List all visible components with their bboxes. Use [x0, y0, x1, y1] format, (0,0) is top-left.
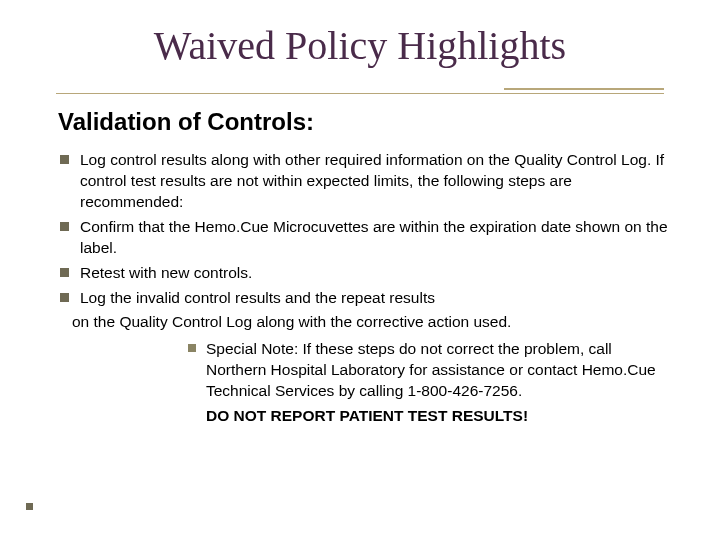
bullet-text: Confirm that the Hemo.Cue Microcuvettes … [80, 218, 668, 256]
title-area: Waived Policy Highlights [0, 22, 720, 69]
accent-rule-short [504, 88, 664, 90]
list-item: Log the invalid control results and the … [58, 288, 674, 309]
footer-bullet-icon [26, 503, 33, 510]
bullet-list: Log control results along with other req… [58, 150, 674, 308]
list-item: Retest with new controls. [58, 263, 674, 284]
list-item: Log control results along with other req… [58, 150, 674, 213]
slide: Waived Policy Highlights Validation of C… [0, 0, 720, 540]
continuation-line: on the Quality Control Log along with th… [58, 312, 674, 333]
accent-rule-long [56, 93, 664, 94]
slide-title: Waived Policy Highlights [0, 22, 720, 69]
list-item: Confirm that the Hemo.Cue Microcuvettes … [58, 217, 674, 259]
section-heading: Validation of Controls: [58, 108, 674, 136]
special-note-text: Special Note: If these steps do not corr… [206, 340, 656, 399]
bullet-text: Log the invalid control results and the … [80, 289, 435, 306]
bullet-text: Log control results along with other req… [80, 151, 664, 210]
bullet-text: Retest with new controls. [80, 264, 252, 281]
list-item: Special Note: If these steps do not corr… [58, 339, 674, 427]
warning-text: DO NOT REPORT PATIENT TEST RESULTS! [206, 407, 528, 424]
content-area: Validation of Controls: Log control resu… [58, 108, 674, 427]
sub-bullet-list: Special Note: If these steps do not corr… [58, 339, 674, 427]
